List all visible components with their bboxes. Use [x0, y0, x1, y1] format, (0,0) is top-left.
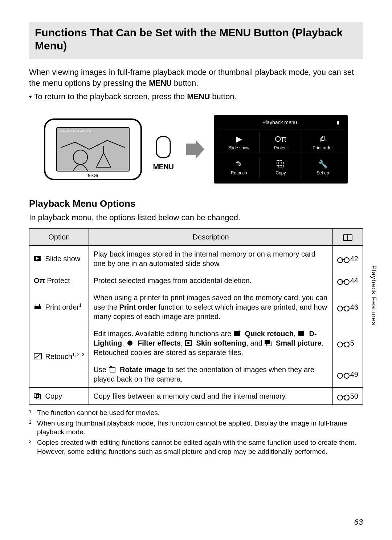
menu-item-retouch[interactable]: ✎ Retouch — [218, 157, 260, 178]
menu-item-label: Slide show — [228, 145, 249, 150]
slideshow-icon — [34, 255, 42, 262]
quick-retouch-icon: ✱ — [233, 330, 241, 337]
table-row: Copy Copy files between a memory card an… — [29, 388, 363, 405]
copy-icon — [34, 393, 42, 399]
setup-icon: 🔧 — [302, 160, 344, 169]
battery-icon: ▮ — [337, 120, 339, 125]
option-name: Print order — [45, 303, 79, 311]
filter-effects-icon — [126, 340, 134, 346]
page-number: 63 — [354, 517, 363, 527]
menu-item-label: Set up — [317, 170, 329, 176]
protect-icon: Oπ — [260, 134, 301, 144]
page-title-band: Functions That Can be Set with the MENU … — [29, 22, 363, 59]
camera-screen: 15/11/2011 15:30 0004.JPG — [56, 127, 130, 172]
option-description: When using a printer to print images sav… — [89, 289, 332, 325]
table-row: Oπ Protect Protect selected images from … — [29, 272, 363, 289]
options-table: Option Description Slide show Play back … — [29, 228, 363, 405]
footnote-sup: 1, 2, 3 — [72, 352, 84, 357]
footnote-text: Copies created with editing functions ca… — [37, 438, 363, 456]
svg-rect-12 — [298, 331, 304, 336]
menu-item-label: Print order — [313, 145, 333, 150]
menu-item-label: Protect — [274, 145, 287, 150]
footnote-text: When using thumbnail playback mode, this… — [37, 419, 363, 437]
rotate-image-icon — [109, 366, 117, 373]
bullet-pre: To return to the playback screen, press … — [34, 92, 187, 101]
svg-point-13 — [127, 340, 132, 346]
svg-rect-18 — [110, 368, 115, 372]
menu-item-label: Retouch — [231, 170, 247, 176]
camera-brand: Nikon — [88, 173, 98, 177]
camera-scene-icon — [57, 128, 129, 171]
reference-icon — [337, 372, 350, 378]
th-option: Option — [29, 229, 89, 246]
retouch-icon — [34, 353, 42, 359]
option-name: Slide show — [45, 255, 81, 263]
reference-page: 49 — [350, 370, 358, 378]
th-reference — [332, 229, 363, 246]
menu-word-inline2: MENU — [187, 92, 210, 101]
section-lead: In playback menu, the options listed bel… — [29, 213, 363, 222]
figure-row: 15/11/2011 15:30 0004.JPG Nikon MENU Pla… — [29, 115, 363, 184]
menu-item-protect[interactable]: Oπ Protect — [260, 132, 302, 153]
menu-item-slideshow[interactable]: ▶ Slide show — [218, 132, 260, 153]
svg-text:✱: ✱ — [238, 330, 241, 333]
svg-line-9 — [35, 354, 40, 358]
reference-icon — [337, 305, 350, 311]
menu-panel-title: Playback menu — [262, 120, 297, 125]
option-description: Protect selected images from accidental … — [89, 272, 332, 289]
reference-icon — [337, 394, 350, 400]
th-description: Description — [89, 229, 332, 246]
option-description: Play back images stored in the internal … — [89, 246, 332, 272]
reference-page: 50 — [350, 392, 358, 400]
option-description: Copy files between a memory card and the… — [89, 388, 332, 405]
menu-item-print-order[interactable]: ⎙ Print order — [302, 132, 344, 153]
d-lighting-icon — [298, 330, 306, 337]
page-title: Functions That Can be Set with the MENU … — [35, 26, 357, 52]
bullet-post: button. — [210, 92, 236, 101]
arrow-icon — [185, 139, 205, 160]
menu-item-setup[interactable]: 🔧 Set up — [302, 157, 344, 178]
option-description: Use Rotate image to set the orientation … — [89, 361, 332, 388]
small-picture-icon — [264, 340, 272, 346]
menu-item-copy[interactable]: ⿻ Copy — [260, 157, 302, 178]
option-description: Edit images. Available editing functions… — [89, 325, 332, 361]
table-row: Retouch1, 2, 3 Edit images. Available ed… — [29, 325, 363, 361]
reference-icon — [337, 278, 350, 284]
camera-illustration: 15/11/2011 15:30 0004.JPG Nikon — [44, 118, 142, 180]
menu-button-callout: MENU — [151, 128, 176, 171]
footnotes: 1The function cannot be used for movies.… — [29, 408, 363, 456]
svg-marker-3 — [186, 140, 204, 159]
menu-button-label: MENU — [153, 163, 174, 171]
reference-page: 44 — [350, 277, 358, 285]
intro-text: When viewing images in full-frame playba… — [29, 67, 363, 102]
retouch-icon: ✎ — [218, 160, 260, 169]
print-order-icon: ⎙ — [302, 134, 344, 144]
reference-page: 42 — [350, 255, 358, 263]
protect-icon: Oπ — [34, 277, 45, 285]
skin-softening-icon — [185, 340, 193, 346]
reference-page: 46 — [350, 303, 358, 311]
reference-icon — [337, 341, 350, 347]
menu-item-label: Copy — [275, 170, 286, 176]
table-row: Slide show Play back images stored in th… — [29, 246, 363, 272]
section-heading: Playback Menu Options — [29, 198, 363, 209]
copy-icon: ⿻ — [260, 160, 301, 169]
menu-button-icon — [154, 134, 172, 160]
menu-word-inline1: MENU — [149, 78, 172, 88]
option-name: Retouch — [45, 352, 73, 360]
footnote-text: The function cannot be used for movies. — [37, 408, 160, 418]
playback-menu-panel: Playback menu ▮ ▶ Slide show Oπ Protect … — [214, 115, 348, 184]
footnote-sup: 1 — [79, 303, 82, 308]
reference-page: 5 — [350, 339, 354, 347]
title-part1: Functions That Can be Set with the — [35, 27, 219, 39]
svg-point-15 — [187, 342, 189, 344]
intro-line1b: button. — [172, 78, 198, 88]
table-row: Print order1 When using a printer to pri… — [29, 289, 363, 325]
menu-word: MENU — [219, 27, 250, 39]
side-tab: Playback Features — [370, 265, 377, 326]
print-order-icon — [34, 304, 42, 310]
book-icon — [343, 234, 352, 241]
option-name: Copy — [45, 392, 62, 400]
reference-icon — [337, 257, 350, 262]
slideshow-icon: ▶ — [218, 134, 260, 144]
